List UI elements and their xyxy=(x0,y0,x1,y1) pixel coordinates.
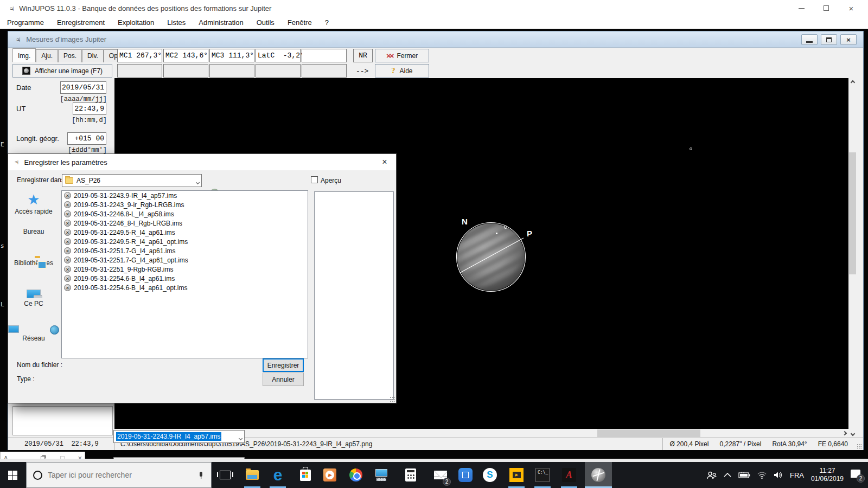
resize-grip[interactable] xyxy=(857,444,862,449)
nr-box[interactable]: NR xyxy=(353,49,373,62)
menu-item[interactable]: Listes xyxy=(167,18,186,27)
filename-input[interactable]: 2019-05-31-2243.9-IR_I4_ap57.ims xyxy=(113,430,245,443)
cancel-button[interactable]: Annuler xyxy=(263,373,304,386)
file-list-item[interactable]: × 2019-05-31-2254.6-B_I4_ap61_opt.ims xyxy=(62,283,308,292)
dialog-titlebar[interactable]: ♃ Enregistrer les paramètres × xyxy=(8,154,396,170)
file-explorer-button[interactable] xyxy=(240,462,265,488)
mc-field-empty[interactable] xyxy=(117,64,162,78)
tab[interactable]: Div. xyxy=(82,49,104,62)
menu-item[interactable]: Administration xyxy=(199,18,243,27)
chrome-button[interactable] xyxy=(343,462,368,488)
file-list-item[interactable]: × 2019-05-31-2251_9-Rgb-RGB.ims xyxy=(62,265,308,274)
battery-icon[interactable] xyxy=(738,472,750,478)
mc-field-empty[interactable] xyxy=(163,64,208,78)
search-input[interactable] xyxy=(48,471,199,479)
scroll-down-arrow[interactable] xyxy=(848,429,857,438)
file-list-item[interactable]: × 2019-05-31-2246.8-L_I4_ap58.ims xyxy=(62,209,308,219)
file-list-item[interactable]: × 2019-05-31-2249.5-R_I4_ap61_opt.ims xyxy=(62,237,308,246)
dropdown-arrow-icon[interactable] xyxy=(239,434,242,441)
red-app-button[interactable]: A xyxy=(557,462,582,488)
aide-button[interactable]: ? Aide xyxy=(375,64,429,78)
chevron-up-icon[interactable] xyxy=(724,473,731,477)
winjupos-taskbar-button[interactable] xyxy=(585,462,612,488)
file-list-item[interactable]: × 2019-05-31-2254.6-B_I4_ap61.ims xyxy=(62,274,308,283)
file-list-item[interactable]: × 2019-05-31-2249.5-R_I4_ap61.ims xyxy=(62,228,308,237)
store-button[interactable] xyxy=(293,462,318,488)
terminal-button[interactable]: C:\_ xyxy=(530,462,555,488)
menu-item[interactable]: Programme xyxy=(7,18,44,27)
tab[interactable]: Aju. xyxy=(36,49,58,62)
preview-checkbox[interactable] xyxy=(311,176,318,183)
people-icon[interactable] xyxy=(707,471,717,479)
fermer-button[interactable]: ×× Fermer xyxy=(375,49,429,62)
notification-center-button[interactable]: 2 xyxy=(851,470,863,480)
task-view-button[interactable] xyxy=(213,462,238,488)
taskbar-clock[interactable]: 11:27 01/06/2019 xyxy=(811,467,844,483)
dialog-resize-grip[interactable] xyxy=(390,396,395,402)
date-input[interactable]: 2019/05/31 xyxy=(60,81,106,94)
vertical-scrollbar[interactable] xyxy=(848,78,857,438)
mc-field[interactable]: MC2 143,6° xyxy=(163,49,208,62)
dropdown-arrow-icon[interactable] xyxy=(196,178,199,185)
wifi-icon[interactable] xyxy=(757,472,767,479)
screen-capture-button[interactable] xyxy=(453,462,478,488)
dialog-title: Enregistrer les paramètres xyxy=(24,158,107,166)
video-app-button[interactable]: ▶ xyxy=(504,462,529,488)
longitude-input[interactable]: +015 00 xyxy=(67,132,106,145)
menu-item[interactable]: Outils xyxy=(257,18,275,27)
tab[interactable]: Img. xyxy=(12,48,36,62)
scroll-up-arrow[interactable] xyxy=(848,78,857,86)
menu-item[interactable]: Fenêtre xyxy=(288,18,312,27)
calculator-button[interactable] xyxy=(398,462,423,488)
ut-input[interactable]: 22:43,9 xyxy=(73,102,106,115)
edge-button[interactable]: e xyxy=(265,462,290,488)
mc-field[interactable]: LatC -3,2° xyxy=(256,49,301,62)
file-list-item[interactable]: × 2019-05-31-2243.9-IR_I4_ap57.ims xyxy=(62,191,308,200)
show-image-button[interactable]: Afficher une image (F7) xyxy=(12,64,112,78)
skype-button[interactable]: S xyxy=(477,462,502,488)
menu-item[interactable]: ? xyxy=(325,18,329,27)
mc-field[interactable] xyxy=(302,49,347,62)
file-list[interactable]: × 2019-05-31-2243.9-IR_I4_ap57.ims × 201… xyxy=(61,190,308,358)
mc-field-empty[interactable] xyxy=(209,64,254,78)
mc-field-empty[interactable] xyxy=(302,64,347,78)
menu-item[interactable]: Exploitation xyxy=(118,18,154,27)
child-minimize-button[interactable] xyxy=(801,34,818,45)
child-close-button[interactable]: × xyxy=(840,34,857,45)
mc-field[interactable]: MC1 267,3° xyxy=(117,49,162,62)
horizontal-scroll-thumb[interactable] xyxy=(597,429,700,437)
microphone-icon[interactable] xyxy=(199,472,203,479)
sidebar-item-network[interactable]: Réseau xyxy=(8,321,59,342)
start-button[interactable] xyxy=(0,462,25,488)
mc-field-empty[interactable] xyxy=(256,64,301,78)
sidebar-item-quick-access[interactable]: ★ Accès rapide xyxy=(8,193,59,215)
folder-select[interactable]: AS_P26 xyxy=(62,174,202,187)
child-restore-button[interactable] xyxy=(821,34,837,45)
file-list-item[interactable]: × 2019-05-31-2246_8-I_Rgb-LRGB.ims xyxy=(62,219,308,228)
scroll-right-arrow[interactable] xyxy=(840,429,848,437)
measure-titlebar[interactable]: ♃ Mesures d'images Jupiter × xyxy=(8,31,863,48)
remote-desktop-button[interactable] xyxy=(369,462,394,488)
file-list-item[interactable]: × 2019-05-31-2243_9-ir_Rgb-LRGB.ims xyxy=(62,200,308,209)
vertical-scroll-thumb[interactable] xyxy=(849,152,856,274)
sidebar-item-desktop[interactable]: Bureau xyxy=(8,226,59,235)
file-list-item[interactable]: × 2019-05-31-2251.7-G_I4_ap61.ims xyxy=(62,246,308,255)
menu-item[interactable]: Enregistrement xyxy=(57,18,105,27)
quick-access-star-icon: ★ xyxy=(27,191,40,208)
mail-button[interactable]: 2 xyxy=(428,462,453,488)
file-list-item[interactable]: × 2019-05-31-2251.7-G_I4_ap61_opt.ims xyxy=(62,255,308,265)
close-button[interactable]: × xyxy=(839,0,864,16)
maximize-button[interactable] xyxy=(814,0,839,16)
taskbar-search[interactable] xyxy=(26,462,212,488)
language-indicator[interactable]: FRA xyxy=(790,471,804,479)
tab[interactable]: Pos. xyxy=(58,49,82,62)
minimize-button[interactable] xyxy=(789,0,814,16)
sidebar-item-libraries[interactable]: Bibliothèques xyxy=(8,258,59,267)
dialog-close-button[interactable]: × xyxy=(375,154,394,170)
measure-window-controls: × xyxy=(801,34,857,45)
media-player-button[interactable]: ▶ xyxy=(317,462,342,488)
save-button[interactable]: Enregistrer xyxy=(263,358,304,372)
volume-icon[interactable] xyxy=(774,471,783,479)
sidebar-item-this-pc[interactable]: Ce PC xyxy=(8,290,59,307)
mc-field[interactable]: MC3 111,3° xyxy=(209,49,254,62)
